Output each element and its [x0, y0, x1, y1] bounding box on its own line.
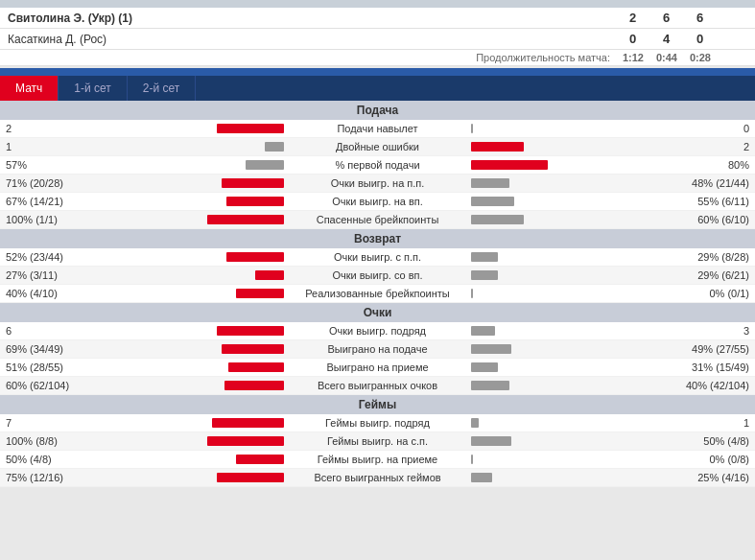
stat-left-value: 50% (4/8) [6, 454, 92, 465]
duration-label: Продолжительность матча: [0, 50, 616, 66]
stat-row: 57%% первой подачи80% [0, 156, 755, 175]
right-bar-section [471, 124, 663, 133]
left-bar [265, 142, 284, 152]
left-bar [228, 362, 284, 372]
stat-label: Всего выигранных очков [284, 380, 471, 391]
stat-label: % первой подачи [284, 159, 471, 171]
left-bar [236, 455, 284, 464]
stat-label: Реализованные брейкпоинты [284, 288, 471, 299]
stat-row: 7Геймы выигр. подряд1 [0, 414, 755, 432]
duration-total: 1:12 [616, 50, 649, 66]
stat-label: Очки выигр. на п.п. [284, 177, 471, 189]
right-bar [471, 473, 492, 482]
stat-left-value: 60% (62/104) [6, 380, 92, 391]
stat-groups: Подача2Подачи навылет01Двойные ошибки257… [0, 101, 755, 487]
stat-left-value: 6 [6, 325, 92, 337]
left-bar-section [92, 215, 284, 224]
stat-left-value: 71% (20/28) [6, 177, 92, 189]
group-title: Возврат [0, 229, 755, 248]
right-bar-section [471, 326, 663, 336]
stat-row: 52% (23/44)Очки выигр. с п.п.29% (8/28) [0, 248, 755, 267]
right-bar-section [471, 473, 663, 482]
stat-row: 100% (1/1)Спасенные брейкпоинты60% (6/10… [0, 211, 755, 229]
left-bar-section [92, 142, 284, 152]
right-bar [471, 142, 524, 152]
score-cell: 0 [616, 29, 649, 50]
right-bar [471, 344, 511, 354]
stat-left-value: 2 [6, 123, 92, 134]
stat-row: 40% (4/10)Реализованные брейкпоинты0% (0… [0, 285, 755, 303]
left-bar-section [92, 381, 284, 390]
stat-left-value: 52% (23/44) [6, 251, 92, 263]
right-bar [471, 455, 473, 464]
left-bar [246, 160, 284, 170]
left-bar-section [92, 124, 284, 133]
left-bar-section [92, 473, 284, 482]
stat-left-value: 7 [6, 417, 92, 429]
score-title [0, 0, 755, 8]
stat-left-value: 100% (1/1) [6, 214, 92, 225]
duration-row: Продолжительность матча: 1:12 0:44 0:28 [0, 50, 755, 66]
stat-row: 27% (3/11)Очки выигр. со вп.29% (6/21) [0, 267, 755, 285]
score-cell: 6 [649, 8, 683, 29]
stat-left-value: 69% (34/49) [6, 343, 92, 355]
player-name: Касаткина Д. (Рос) [0, 29, 192, 50]
left-bar [224, 381, 284, 390]
stat-label: Очки выигр. на вп. [284, 196, 471, 207]
right-bar [471, 197, 514, 206]
stat-right-value: 25% (4/16) [663, 472, 749, 483]
right-bar-section [471, 252, 663, 262]
tab-2-й-сет[interactable]: 2-й сет [128, 76, 196, 101]
stat-right-value: 29% (8/28) [663, 251, 749, 263]
stat-right-value: 50% (4/8) [663, 435, 749, 447]
duration-set2: 0:28 [683, 50, 717, 66]
stat-label: Всего выигранных геймов [284, 472, 471, 483]
left-bar [226, 252, 284, 262]
stat-right-value: 40% (42/104) [663, 380, 749, 391]
right-bar [471, 178, 509, 188]
stat-left-value: 67% (14/21) [6, 196, 92, 207]
stat-label: Очки выигр. подряд [284, 325, 471, 337]
group-title: Подача [0, 101, 755, 120]
right-bar-section [471, 215, 663, 224]
stat-row: 71% (20/28)Очки выигр. на п.п.48% (21/44… [0, 175, 755, 193]
stat-row: 2Подачи навылет0 [0, 120, 755, 138]
stat-row: 100% (8/8)Геймы выигр. на с.п.50% (4/8) [0, 432, 755, 451]
right-bar-section [471, 344, 663, 354]
score-section: Свитолина Э. (Укр) (1)266Касаткина Д. (Р… [0, 0, 755, 66]
right-bar-section [471, 197, 663, 206]
tabs-row: Матч1-й сет2-й сет [0, 76, 755, 101]
stat-right-value: 2 [663, 141, 749, 152]
stat-right-value: 80% [663, 159, 749, 171]
stat-right-value: 29% (6/21) [663, 269, 749, 281]
left-bar-section [92, 270, 284, 280]
left-bar-section [92, 344, 284, 354]
left-bar-section [92, 436, 284, 446]
stat-label: Двойные ошибки [284, 141, 471, 152]
stat-label: Спасенные брейкпоинты [284, 214, 471, 225]
stat-right-value: 1 [663, 417, 749, 429]
stat-row: 75% (12/16)Всего выигранных геймов25% (4… [0, 469, 755, 487]
player-name: Свитолина Э. (Укр) (1) [0, 8, 192, 29]
left-bar [217, 473, 284, 482]
stat-row: 51% (28/55)Выиграно на приеме31% (15/49) [0, 359, 755, 377]
left-bar-section [92, 178, 284, 188]
stat-left-value: 1 [6, 141, 92, 152]
tab-1-й-сет[interactable]: 1-й сет [59, 76, 127, 101]
right-bar-section [471, 418, 663, 428]
right-bar-section [471, 160, 663, 170]
left-bar-section [92, 160, 284, 170]
stat-right-value: 3 [663, 325, 749, 337]
right-bar [471, 215, 524, 224]
duration-set1: 0:44 [649, 50, 683, 66]
stat-left-value: 40% (4/10) [6, 288, 92, 299]
right-bar [471, 381, 509, 390]
stat-right-value: 60% (6/10) [663, 214, 749, 225]
stat-label: Подачи навылет [284, 123, 471, 134]
stat-label: Очки выигр. со вп. [284, 269, 471, 281]
left-bar [222, 178, 284, 188]
right-bar [471, 418, 479, 428]
stat-left-value: 100% (8/8) [6, 435, 92, 447]
stat-right-value: 49% (27/55) [663, 343, 749, 355]
tab-матч[interactable]: Матч [0, 76, 59, 101]
